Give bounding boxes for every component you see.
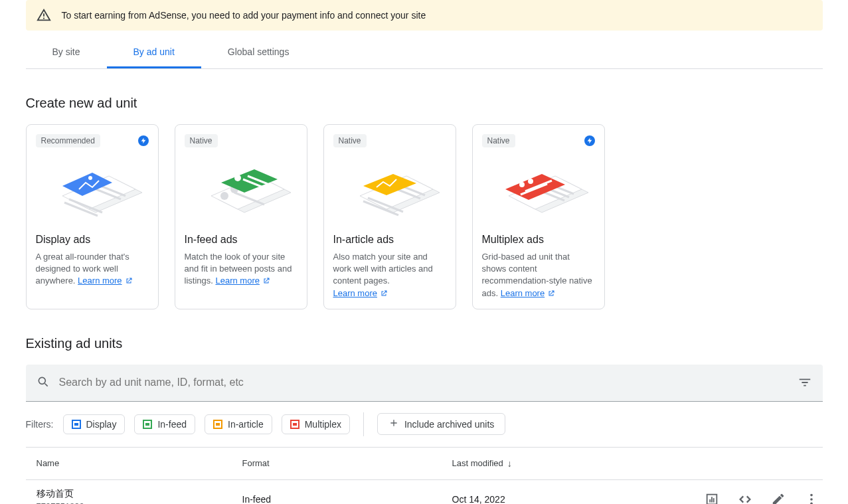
card-in-article-ads[interactable]: Native In-article ads Also match your si… (323, 124, 456, 309)
learn-more-link[interactable]: Learn more (215, 275, 270, 287)
card-title: Multiplex ads (482, 234, 595, 246)
table-header: Name Format Last modified ↓ (26, 447, 823, 480)
filters-label: Filters: (26, 419, 54, 430)
search-input[interactable] (59, 377, 788, 388)
multiplex-format-icon (290, 420, 299, 429)
ad-unit-cards: Recommended Display ads A great all-roun… (26, 124, 823, 309)
card-display-ads[interactable]: Recommended Display ads A great all-roun… (26, 124, 159, 309)
existing-section-title: Existing ad units (26, 336, 823, 351)
row-actions (705, 492, 819, 504)
card-illustration (185, 153, 297, 219)
svg-point-42 (810, 494, 813, 497)
svg-rect-39 (709, 499, 711, 503)
edit-icon[interactable] (771, 492, 786, 504)
svg-point-33 (528, 179, 533, 184)
in-feed-format-icon (143, 420, 152, 429)
filter-list-icon[interactable] (798, 375, 812, 390)
svg-line-37 (44, 383, 47, 386)
svg-rect-41 (713, 498, 714, 502)
plus-icon (388, 418, 399, 430)
display-format-icon (72, 420, 81, 429)
more-vert-icon[interactable] (804, 492, 819, 504)
warning-banner: To start earning from AdSense, you need … (26, 0, 823, 31)
card-in-feed-ads[interactable]: Native In-feed ads Match the look of you… (175, 124, 307, 309)
warning-icon (37, 8, 51, 23)
tab-by-ad-unit[interactable]: By ad unit (107, 37, 201, 68)
filter-in-feed[interactable]: In-feed (134, 414, 195, 434)
report-icon[interactable] (705, 492, 719, 504)
row-name-cell[interactable]: 移动首页 7797551890 (37, 488, 242, 504)
sort-desc-icon: ↓ (507, 458, 512, 469)
col-format[interactable]: Format (242, 458, 452, 469)
tab-global-settings[interactable]: Global settings (201, 37, 316, 68)
create-section-title: Create new ad unit (26, 96, 823, 111)
card-illustration (482, 153, 595, 219)
tabs: By site By ad unit Global settings (26, 37, 823, 69)
card-chip: Recommended (36, 134, 100, 147)
card-desc: A great all-rounder that's designed to w… (36, 251, 149, 288)
card-desc: Grid-based ad unit that shows content re… (482, 251, 595, 299)
card-illustration (36, 153, 149, 219)
in-article-format-icon (213, 420, 222, 429)
card-title: In-article ads (333, 234, 446, 246)
code-icon[interactable] (738, 492, 752, 504)
tab-by-site[interactable]: By site (26, 37, 107, 68)
filter-display[interactable]: Display (63, 414, 126, 434)
card-title: In-feed ads (185, 234, 297, 246)
card-illustration (333, 153, 446, 219)
col-name[interactable]: Name (37, 458, 242, 469)
card-chip: Native (333, 134, 367, 147)
svg-point-43 (810, 498, 813, 501)
search-bar (26, 365, 823, 402)
bolt-icon (138, 135, 149, 146)
card-chip: Native (185, 134, 218, 147)
card-desc: Also match your site and work well with … (333, 251, 446, 299)
filter-in-article[interactable]: In-article (205, 414, 272, 434)
filters-row: Filters: Display In-feed In-article Mult… (26, 412, 823, 436)
row-last-modified-cell: Oct 14, 2022 (452, 494, 705, 504)
card-title: Display ads (36, 234, 149, 246)
svg-point-9 (88, 176, 92, 180)
svg-point-1 (42, 17, 44, 19)
card-desc: Match the look of your site and fit in b… (185, 251, 297, 288)
svg-point-32 (519, 182, 525, 187)
row-format-cell: In-feed (242, 494, 452, 504)
learn-more-link[interactable]: Learn more (501, 288, 555, 299)
svg-point-36 (39, 377, 45, 384)
card-chip: Native (482, 134, 515, 147)
table-row: 移动首页 7797551890 In-feed Oct 14, 2022 (26, 480, 823, 504)
separator (363, 412, 364, 436)
filter-multiplex[interactable]: Multiplex (282, 414, 350, 434)
bolt-icon (584, 135, 595, 146)
svg-point-12 (220, 192, 228, 200)
card-multiplex-ads[interactable]: Native Multiplex ads Grid-base (472, 124, 605, 309)
svg-rect-40 (711, 497, 713, 503)
learn-more-link[interactable]: Learn more (78, 275, 132, 287)
search-icon (37, 375, 50, 390)
include-archived-button[interactable]: Include archived units (377, 413, 505, 435)
banner-text: To start earning from AdSense, you need … (62, 10, 426, 21)
col-last-modified[interactable]: Last modified ↓ (452, 458, 705, 469)
svg-point-16 (234, 175, 241, 181)
learn-more-link[interactable]: Learn more (333, 288, 388, 299)
